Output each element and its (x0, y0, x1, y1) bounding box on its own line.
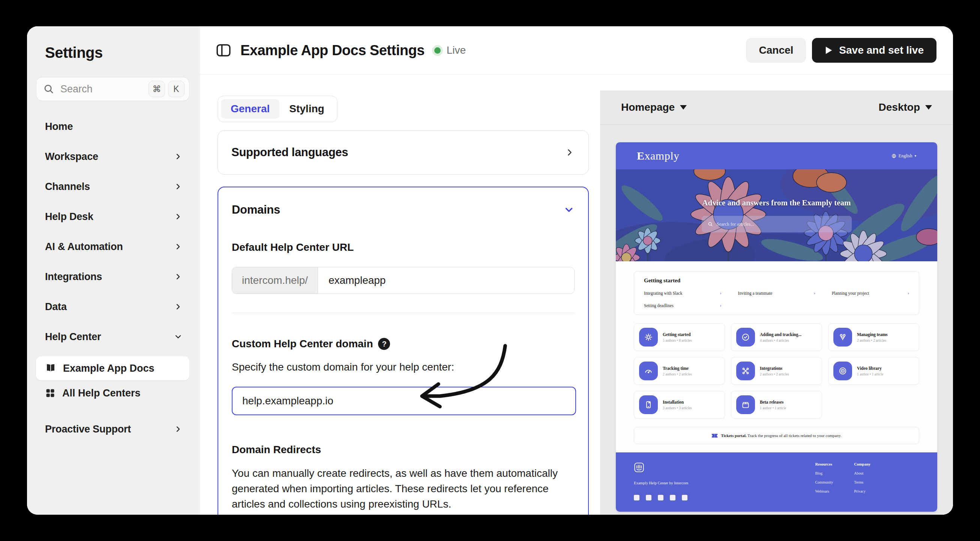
footer-link[interactable]: About (854, 471, 870, 475)
collection-card[interactable]: Tracking time2 authors • 2 articles (634, 357, 725, 385)
sidebar-item-all-help-centers[interactable]: All Help Centers (36, 381, 189, 405)
social-icon[interactable] (682, 495, 687, 500)
device-icon (639, 395, 658, 414)
tab-general[interactable]: General (221, 99, 279, 119)
custom-domain-input[interactable] (232, 387, 576, 415)
chevron-right-icon (173, 152, 183, 161)
video-icon (834, 362, 852, 380)
collection-card[interactable]: Adding and tracking...4 authors • 4 arti… (731, 323, 822, 351)
caret-down-icon (680, 105, 687, 110)
article-link[interactable]: Planning your project› (832, 287, 909, 299)
help-center-preview: Examply English ▾ (616, 142, 937, 512)
panel-toggle-icon[interactable] (216, 44, 231, 57)
ticket-icon (711, 433, 718, 438)
site-header: Examply English ▾ (616, 142, 937, 169)
check-circle-icon (736, 328, 755, 346)
collection-card[interactable]: Managing teams2 authors • 2 articles (828, 323, 919, 351)
default-url-input-group: intercom.help/ (232, 267, 574, 294)
sidebar-item-home[interactable]: Home (36, 116, 189, 137)
footer-link[interactable]: Webinars (815, 489, 833, 493)
sidebar-item-proactive-support[interactable]: Proactive Support (36, 419, 189, 440)
preview-panel: Homepage Desktop Examply English (600, 91, 953, 515)
footer-link[interactable]: Privacy (854, 489, 870, 493)
preview-toolbar: Homepage Desktop (600, 91, 953, 124)
caret-down-icon: ▾ (914, 154, 916, 158)
collection-card[interactable]: Video library1 author • 1 article (828, 357, 919, 385)
sidebar-item-example-app-docs[interactable]: Example App Docs (36, 356, 189, 380)
device-selector-dropdown[interactable]: Desktop (879, 101, 932, 113)
collection-grid: Getting started5 authors • 8 articles Ad… (634, 323, 919, 419)
url-prefix: intercom.help/ (232, 267, 318, 294)
getting-started-collection: Getting started Integrating with Slack› … (634, 271, 919, 315)
shortcut-k-key: K (168, 81, 185, 97)
chevron-right-icon (173, 242, 183, 251)
sidebar-item-integrations[interactable]: Integrations (36, 266, 189, 287)
main-area: Example App Docs Settings Live Cancel Sa… (200, 26, 953, 515)
collection-card[interactable]: Getting started5 authors • 8 articles (634, 323, 725, 351)
default-url-input[interactable] (318, 267, 574, 294)
social-icon[interactable] (634, 495, 640, 500)
search-icon (43, 83, 54, 95)
chevron-down-icon[interactable] (563, 204, 574, 215)
hero-banner: Advice and answers from the Examply team… (616, 169, 937, 261)
collection-card[interactable]: Beta releases1 author • 1 article (731, 391, 822, 419)
sidebar-item-workspace[interactable]: Workspace (36, 146, 189, 167)
footer-link[interactable]: Community (815, 480, 833, 484)
domains-title: Domains (232, 203, 280, 217)
site-search-bar[interactable]: Search for articles... (702, 216, 852, 232)
sidebar-item-ai-automation[interactable]: AI & Automation (36, 236, 189, 257)
save-and-set-live-button[interactable]: Save and set live (812, 38, 937, 63)
help-icon[interactable]: ? (378, 338, 390, 350)
chevron-right-icon (173, 425, 183, 434)
site-footer: Examply Help Center by Intercom (616, 452, 937, 512)
language-selector[interactable]: English ▾ (891, 153, 916, 159)
domains-card: Domains Default Help Center URL intercom… (218, 187, 589, 515)
settings-content: General Styling Supported languages Doma… (200, 75, 600, 515)
chevron-right-icon: › (720, 303, 721, 308)
caret-down-icon (925, 105, 932, 110)
settings-window: Settings ⌘ K Home Workspace Channels Hel… (27, 26, 953, 515)
globe-icon (891, 153, 896, 158)
social-icon[interactable] (646, 495, 651, 500)
article-link[interactable]: Inviting a teammate› (738, 287, 815, 299)
sidebar-item-data[interactable]: Data (36, 296, 189, 317)
chevron-right-icon (565, 147, 575, 158)
shortcut-cmd-key: ⌘ (148, 81, 165, 97)
status-badge: Live (434, 44, 466, 56)
sidebar-item-help-center[interactable]: Help Center (36, 326, 189, 347)
grid-icon (45, 388, 56, 398)
hero-title: Advice and answers from the Examply team (702, 198, 851, 207)
social-icon[interactable] (658, 495, 663, 500)
search-input[interactable] (60, 83, 146, 95)
supported-languages-card[interactable]: Supported languages (218, 130, 589, 175)
article-link[interactable]: Setting deadlines› (644, 299, 721, 311)
chevron-right-icon: › (814, 290, 815, 296)
search-icon (708, 222, 713, 227)
default-url-label: Default Help Center URL (232, 241, 574, 254)
book-icon (45, 363, 56, 374)
search-box[interactable]: ⌘ K (36, 77, 189, 101)
footer-tagline: Examply Help Center by Intercom (634, 481, 688, 485)
sidebar-title: Settings (45, 44, 189, 61)
footer-link[interactable]: Terms (854, 480, 870, 484)
collection-card[interactable]: Integrations2 authors • 2 articles (731, 357, 822, 385)
page-selector-dropdown[interactable]: Homepage (621, 101, 687, 113)
intercom-logo-icon (634, 462, 688, 473)
tab-styling[interactable]: Styling (279, 99, 334, 119)
social-icons (634, 495, 688, 500)
page-title: Example App Docs Settings (240, 42, 425, 59)
cancel-button[interactable]: Cancel (746, 38, 806, 63)
custom-domain-hint: Specify the custom domain for your help … (232, 361, 574, 373)
tickets-portal-bar[interactable]: Tickets portal. Track the progress of al… (634, 427, 919, 444)
site-logo: Examply (637, 149, 679, 162)
social-icon[interactable] (670, 495, 675, 500)
article-link[interactable]: Integrating with Slack› (644, 287, 721, 299)
footer-link[interactable]: Blog (815, 471, 833, 475)
sidebar-item-channels[interactable]: Channels (36, 176, 189, 197)
collection-card[interactable]: Installation3 authors • 3 articles (634, 391, 725, 419)
gauge-icon (639, 362, 658, 380)
sidebar: Settings ⌘ K Home Workspace Channels Hel… (27, 26, 200, 515)
chevron-right-icon: › (908, 290, 909, 296)
sidebar-item-help-desk[interactable]: Help Desk (36, 206, 189, 227)
tools-icon (736, 362, 755, 380)
